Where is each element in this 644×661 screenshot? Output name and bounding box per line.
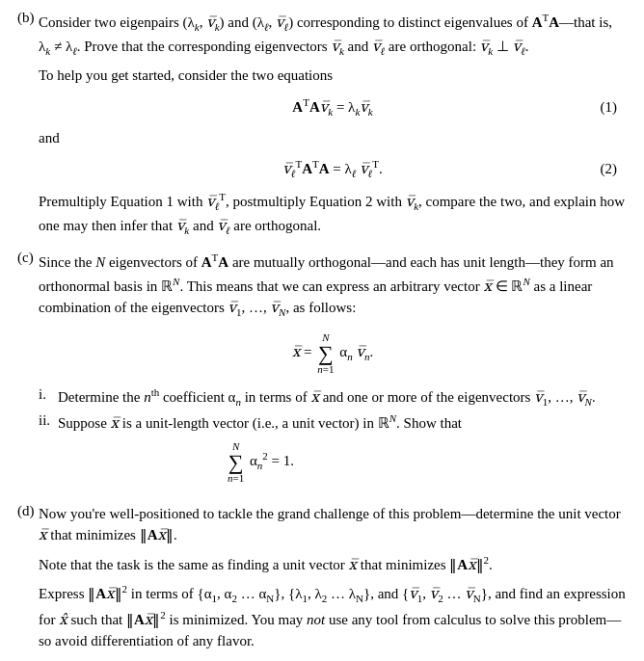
part-c-ii-text: Suppose x̅ is a unit-length vector (i.e.… xyxy=(58,412,462,493)
equation-2: v̅ℓTATA = λℓ v̅ℓT. (2) xyxy=(39,158,627,179)
part-c-ii-label: ii. xyxy=(39,412,58,493)
sum-symbol-c: N ∑ n=1 xyxy=(317,332,334,375)
part-c-i-text: Determine the nth coefficient αn in term… xyxy=(58,386,596,408)
part-c-content: Since the N eigenvectors of ATA are mutu… xyxy=(39,250,627,497)
part-b: (b) Consider two eigenpairs (λk, v̅k) an… xyxy=(17,10,627,244)
part-b-instruction: Premultiply Equation 1 with v̅ℓT, postmu… xyxy=(39,189,627,238)
eq-2-number: (2) xyxy=(601,161,618,177)
main-content: (b) Consider two eigenpairs (λk, v̅k) an… xyxy=(17,10,627,661)
part-d-p1: Now you're well-positioned to tackle the… xyxy=(39,503,627,546)
part-b-text1: Consider two eigenpairs (λk, v̅k) and (λ… xyxy=(39,10,627,59)
part-b-content: Consider two eigenpairs (λk, v̅k) and (λ… xyxy=(39,10,627,244)
sum-sigma-c: ∑ xyxy=(318,343,334,364)
sum-lower-ii: n=1 xyxy=(228,473,244,484)
sum-lower-c: n=1 xyxy=(317,364,334,375)
equation-sum-alpha: N ∑ n=1 αn2 = 1. xyxy=(58,441,462,484)
and-text: and xyxy=(39,127,627,149)
equation-1: ATAv̅k = λkv̅k (1) xyxy=(39,96,627,118)
sum-sigma-ii: ∑ xyxy=(228,452,244,473)
eq-1-number: (1) xyxy=(601,98,618,115)
part-d-p4: For the optimal vector x̂ that you deter… xyxy=(39,658,627,662)
part-c-i: i. Determine the nth coefficient αn in t… xyxy=(39,386,627,408)
sum-symbol-ii: N ∑ n=1 xyxy=(228,441,244,484)
part-d-content: Now you're well-positioned to tackle the… xyxy=(39,503,627,662)
part-d-label: (d) xyxy=(17,503,39,519)
part-c-i-label: i. xyxy=(39,386,58,408)
part-b-help: To help you get started, consider the tw… xyxy=(39,65,627,87)
part-c: (c) Since the N eigenvectors of ATA are … xyxy=(17,250,627,497)
part-c-text: Since the N eigenvectors of ATA are mutu… xyxy=(39,250,627,321)
part-c-ii: ii. Suppose x̅ is a unit-length vector (… xyxy=(39,412,627,493)
part-d-p3: Express ‖Ax̅‖2 in terms of {α1, α2 … αN}… xyxy=(39,581,627,652)
part-c-label: (c) xyxy=(17,250,39,266)
part-b-label: (b) xyxy=(17,10,39,26)
equation-sum-x: x̅ = N ∑ n=1 αn v̅n. xyxy=(39,332,627,375)
part-d: (d) Now you're well-positioned to tackle… xyxy=(17,503,627,662)
part-d-p2: Note that the task is the same as findin… xyxy=(39,552,627,576)
